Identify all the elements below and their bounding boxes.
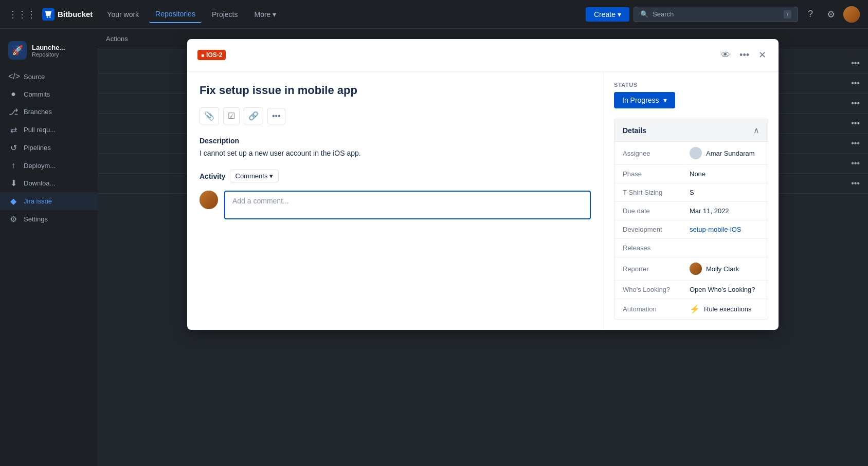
sidebar-item-settings[interactable]: ⚙ Settings xyxy=(0,210,98,228)
tshirt-value: S xyxy=(690,189,760,196)
downloads-icon: ⬇ xyxy=(8,178,19,188)
settings-button[interactable]: ⚙ xyxy=(823,6,839,23)
activity-filter[interactable]: Comments ▾ xyxy=(230,170,279,182)
tshirt-row: T-Shirt Sizing S xyxy=(614,183,768,202)
issue-title: Fix setup issue in mobile app xyxy=(200,84,591,97)
whos-looking-value: Open Who's Looking? xyxy=(690,286,760,293)
activity-header: Activity Comments ▾ xyxy=(200,170,591,182)
status-label: STATUS xyxy=(614,82,768,88)
development-value[interactable]: setup-mobile-iOS xyxy=(690,226,760,233)
chevron-down-icon: ▾ xyxy=(618,10,621,18)
sidebar-item-branches[interactable]: ⎇ Branches xyxy=(0,103,98,121)
search-bar[interactable]: 🔍 Search / xyxy=(634,7,798,22)
nav-your-work[interactable]: Your work xyxy=(101,6,145,23)
phase-value: None xyxy=(690,170,760,178)
sidebar-item-deployments[interactable]: ↑ Deploym... xyxy=(0,157,98,174)
pipelines-icon: ↺ xyxy=(8,143,19,153)
chevron-down-icon: ▾ xyxy=(269,172,273,180)
svg-point-1 xyxy=(49,16,51,18)
sidebar-item-source[interactable]: </> Source xyxy=(0,68,98,85)
nav-repositories[interactable]: Repositories xyxy=(149,6,202,23)
jira-icon: ◆ xyxy=(8,196,19,206)
tshirt-label: T-Shirt Sizing xyxy=(623,189,690,196)
sidebar-item-downloads[interactable]: ⬇ Downloa... xyxy=(0,174,98,192)
assignee-row: Assignee Amar Sundaram xyxy=(614,142,768,165)
duedate-row: Due date Mar 11, 2022 xyxy=(614,202,768,220)
issue-id: IOS-2 xyxy=(206,51,222,59)
reporter-label: Reporter xyxy=(623,265,690,273)
chevron-down-icon: ▾ xyxy=(663,96,667,104)
development-row: Development setup-mobile-iOS xyxy=(614,220,768,239)
logo[interactable]: Bitbucket xyxy=(42,8,93,21)
reporter-value: Molly Clark xyxy=(690,263,760,275)
modal-right-column: STATUS In Progress ▾ Details ∧ xyxy=(604,71,779,330)
more-toolbar-button[interactable]: ••• xyxy=(267,108,285,124)
assignee-value: Amar Sundaram xyxy=(690,147,760,159)
settings-icon: ⚙ xyxy=(8,214,19,224)
comment-input[interactable] xyxy=(224,191,591,219)
watch-button[interactable]: 👁 xyxy=(719,48,732,63)
phase-label: Phase xyxy=(623,170,690,178)
details-header-label: Details xyxy=(623,126,646,135)
reporter-avatar xyxy=(690,263,702,275)
more-options-button[interactable]: ••• xyxy=(737,48,751,63)
issue-modal: ■ IOS-2 👁 ••• ✕ Fix setup issue in mobil… xyxy=(187,39,779,330)
sidebar-item-label: Pull requ... xyxy=(24,126,56,134)
issue-toolbar: 📎 ☑ 🔗 ••• xyxy=(200,107,591,124)
sidebar-item-jira-issues[interactable]: ◆ Jira issue xyxy=(0,192,98,210)
details-header: Details ∧ xyxy=(614,119,768,142)
modal-overlay: ■ IOS-2 👁 ••• ✕ Fix setup issue in mobil… xyxy=(98,29,868,466)
help-button[interactable]: ? xyxy=(802,6,819,23)
right-panel: Actions ••• ••• ••• ••• ••• ••• ••• ■ IO… xyxy=(98,29,868,466)
main-layout: 🚀 Launche... Repository </> Source ● Com… xyxy=(0,29,868,466)
whos-looking-row: Who's Looking? Open Who's Looking? xyxy=(614,281,768,299)
close-button[interactable]: ✕ xyxy=(756,47,768,63)
nav-projects[interactable]: Projects xyxy=(206,6,244,23)
whos-looking-label: Who's Looking? xyxy=(623,286,690,293)
releases-row: Releases xyxy=(614,239,768,257)
duedate-value: Mar 11, 2022 xyxy=(690,207,760,215)
sidebar-item-commits[interactable]: ● Commits xyxy=(0,85,98,103)
grid-icon[interactable]: ⋮⋮⋮ xyxy=(8,9,36,20)
details-section: Details ∧ Assignee Amar Sundaram xyxy=(614,119,768,320)
sidebar-item-label: Pipelines xyxy=(24,144,51,152)
releases-label: Releases xyxy=(623,244,690,252)
deployments-icon: ↑ xyxy=(8,161,19,170)
attach-button[interactable]: 📎 xyxy=(200,107,219,124)
sidebar-item-pipelines[interactable]: ↺ Pipelines xyxy=(0,139,98,157)
sidebar-item-label: Branches xyxy=(24,108,52,116)
project-icon: 🚀 xyxy=(8,41,27,60)
project-name: Launche... xyxy=(32,44,65,51)
assignee-avatar xyxy=(690,147,702,159)
sidebar-project[interactable]: 🚀 Launche... Repository xyxy=(0,37,98,68)
sidebar-item-label: Deploym... xyxy=(24,162,56,170)
user-comment-avatar xyxy=(200,191,218,209)
sidebar-item-label: Downloa... xyxy=(24,179,55,187)
details-collapse-button[interactable]: ∧ xyxy=(753,125,760,135)
nav-more[interactable]: More ▾ xyxy=(248,6,283,23)
chevron-down-icon: ▾ xyxy=(273,10,276,18)
comment-area xyxy=(200,191,591,219)
duedate-label: Due date xyxy=(623,207,690,215)
status-button[interactable]: In Progress ▾ xyxy=(614,92,675,108)
commits-icon: ● xyxy=(8,89,19,99)
bitbucket-logo-icon xyxy=(42,8,55,21)
project-type: Repository xyxy=(32,51,65,58)
branches-icon: ⎇ xyxy=(8,107,19,117)
modal-left-column: Fix setup issue in mobile app 📎 ☑ 🔗 ••• … xyxy=(187,71,604,330)
svg-point-0 xyxy=(47,16,48,18)
link-button[interactable]: 🔗 xyxy=(244,107,263,124)
user-avatar[interactable] xyxy=(843,6,860,23)
checklist-button[interactable]: ☑ xyxy=(223,107,240,124)
search-shortcut: / xyxy=(784,10,791,18)
logo-text: Bitbucket xyxy=(58,10,93,18)
activity-label: Activity xyxy=(200,172,226,180)
bolt-icon: ⚡ xyxy=(690,304,700,314)
automation-value: ⚡ Rule executions xyxy=(690,304,760,314)
issue-type-badge: ■ IOS-2 xyxy=(197,50,226,60)
phase-row: Phase None xyxy=(614,165,768,183)
sidebar-item-pull-requests[interactable]: ⇄ Pull requ... xyxy=(0,121,98,139)
create-button[interactable]: Create ▾ xyxy=(586,7,629,22)
source-icon: </> xyxy=(8,72,19,81)
sidebar-item-label: Commits xyxy=(24,90,50,98)
